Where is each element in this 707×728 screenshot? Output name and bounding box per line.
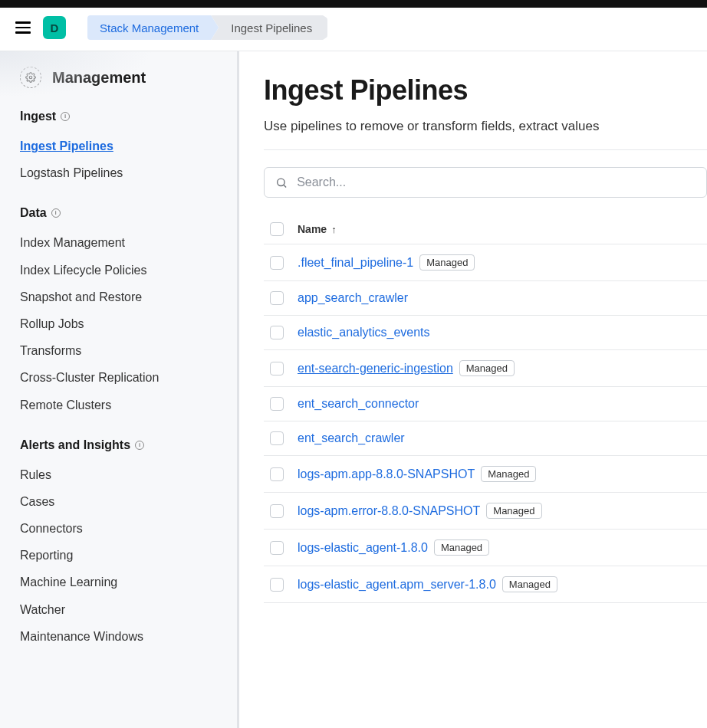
table-row: logs-apm.app-8.8.0-SNAPSHOTManaged (264, 456, 707, 493)
gear-icon (20, 67, 41, 88)
menu-toggle-button[interactable] (15, 18, 34, 37)
nav-heading-label: Data (20, 206, 47, 220)
managed-badge: Managed (459, 360, 515, 376)
sidebar-item-rollup-jobs[interactable]: Rollup Jobs (20, 310, 220, 337)
pipeline-link[interactable]: ent_search_crawler (298, 431, 405, 445)
row-content: app_search_crawler (298, 291, 408, 305)
pipeline-link[interactable]: logs-apm.app-8.8.0-SNAPSHOT (298, 467, 475, 481)
managed-badge: Managed (434, 539, 489, 556)
table-row: ent-search-generic-ingestionManaged (264, 350, 707, 387)
app-header: D Stack Management Ingest Pipelines (0, 8, 707, 51)
page-description: Use pipelines to remove or transform fie… (264, 119, 707, 134)
breadcrumb-stack-management[interactable]: Stack Management (87, 15, 219, 40)
table-row: ent_search_crawler (264, 421, 707, 456)
pipeline-link[interactable]: ent-search-generic-ingestion (298, 362, 453, 375)
nav-section-heading: Alerts and Insightsi (20, 438, 220, 452)
svg-line-2 (284, 185, 286, 187)
search-input[interactable] (297, 175, 695, 189)
column-name-label: Name (298, 223, 327, 235)
sidebar-item-cases[interactable]: Cases (20, 488, 220, 515)
pipeline-link[interactable]: logs-elastic_agent-1.8.0 (298, 541, 428, 555)
nav-heading-label: Ingest (20, 110, 56, 123)
pipeline-link[interactable]: logs-apm.error-8.8.0-SNAPSHOT (298, 504, 480, 518)
managed-badge: Managed (486, 503, 541, 519)
sidebar-item-machine-learning[interactable]: Machine Learning (20, 569, 220, 595)
sidebar-item-snapshot-and-restore[interactable]: Snapshot and Restore (20, 284, 220, 310)
table-row: logs-elastic_agent.apm_server-1.8.0Manag… (264, 566, 707, 603)
row-content: logs-apm.app-8.8.0-SNAPSHOTManaged (298, 466, 536, 482)
search-icon (275, 176, 288, 189)
nav-heading-label: Alerts and Insights (20, 438, 130, 452)
sidebar-item-logstash-pipelines[interactable]: Logstash Pipelines (20, 159, 220, 186)
sidebar-item-ingest-pipelines[interactable]: Ingest Pipelines (20, 133, 220, 159)
sidebar-item-connectors[interactable]: Connectors (20, 515, 220, 542)
managed-badge: Managed (502, 576, 557, 592)
table-row: elastic_analytics_events (264, 316, 707, 350)
svg-point-1 (278, 179, 284, 185)
managed-badge: Managed (419, 254, 475, 271)
svg-point-0 (29, 76, 32, 79)
sidebar-item-maintenance-windows[interactable]: Maintenance Windows (20, 623, 220, 650)
row-checkbox[interactable] (270, 326, 284, 339)
row-content: logs-elastic_agent-1.8.0Managed (298, 539, 489, 556)
row-checkbox[interactable] (270, 504, 284, 518)
row-checkbox[interactable] (270, 256, 284, 270)
row-content: ent-search-generic-ingestionManaged (298, 360, 515, 376)
row-checkbox[interactable] (270, 397, 284, 411)
row-checkbox[interactable] (270, 578, 284, 592)
column-header-name[interactable]: Name ↑ (298, 223, 337, 235)
sidebar-item-index-management[interactable]: Index Management (20, 229, 220, 256)
search-box[interactable] (264, 167, 707, 198)
page-title: Ingest Pipelines (264, 74, 707, 107)
nav-section-heading: Ingesti (20, 110, 220, 123)
row-checkbox[interactable] (270, 431, 284, 445)
info-icon[interactable]: i (51, 208, 61, 218)
table-header: Name ↑ (264, 215, 707, 244)
pipeline-link[interactable]: app_search_crawler (298, 291, 408, 305)
row-content: ent_search_connector (298, 397, 419, 411)
logo-letter: D (51, 21, 59, 34)
pipeline-link[interactable]: .fleet_final_pipeline-1 (298, 256, 413, 270)
info-icon[interactable]: i (61, 112, 70, 121)
sidebar: Management IngestiIngest PipelinesLogsta… (0, 51, 239, 728)
row-checkbox[interactable] (270, 541, 284, 555)
pipeline-link[interactable]: logs-elastic_agent.apm_server-1.8.0 (298, 578, 496, 592)
table-row: app_search_crawler (264, 281, 707, 316)
select-all-checkbox[interactable] (270, 222, 284, 236)
managed-badge: Managed (481, 466, 536, 482)
row-checkbox[interactable] (270, 362, 284, 375)
divider (264, 149, 707, 150)
table-row: logs-apm.error-8.8.0-SNAPSHOTManaged (264, 493, 707, 530)
sidebar-item-watcher[interactable]: Watcher (20, 596, 220, 623)
table-row: logs-elastic_agent-1.8.0Managed (264, 530, 707, 566)
info-icon[interactable]: i (135, 441, 144, 450)
nav-section-heading: Datai (20, 206, 220, 220)
sidebar-item-index-lifecycle-policies[interactable]: Index Lifecycle Policies (20, 257, 220, 284)
breadcrumb: Stack Management Ingest Pipelines (87, 15, 327, 40)
row-content: logs-elastic_agent.apm_server-1.8.0Manag… (298, 576, 557, 592)
main-content: Ingest Pipelines Use pipelines to remove… (239, 51, 707, 728)
pipeline-link[interactable]: elastic_analytics_events (298, 326, 430, 339)
sidebar-title: Management (52, 69, 146, 87)
sidebar-item-transforms[interactable]: Transforms (20, 337, 220, 364)
row-content: elastic_analytics_events (298, 326, 430, 339)
row-content: .fleet_final_pipeline-1Managed (298, 254, 475, 271)
row-checkbox[interactable] (270, 467, 284, 481)
sort-ascending-icon: ↑ (331, 224, 337, 235)
row-content: ent_search_crawler (298, 431, 405, 445)
table-row: .fleet_final_pipeline-1Managed (264, 244, 707, 281)
breadcrumb-ingest-pipelines[interactable]: Ingest Pipelines (211, 15, 327, 40)
sidebar-item-remote-clusters[interactable]: Remote Clusters (20, 392, 220, 418)
sidebar-item-cross-cluster-replication[interactable]: Cross-Cluster Replication (20, 364, 220, 391)
pipeline-link[interactable]: ent_search_connector (298, 397, 419, 411)
row-checkbox[interactable] (270, 291, 284, 305)
table-row: ent_search_connector (264, 387, 707, 421)
top-black-bar (0, 0, 707, 8)
sidebar-item-rules[interactable]: Rules (20, 461, 220, 488)
sidebar-item-reporting[interactable]: Reporting (20, 542, 220, 569)
app-logo-badge[interactable]: D (43, 16, 66, 39)
row-content: logs-apm.error-8.8.0-SNAPSHOTManaged (298, 503, 542, 519)
